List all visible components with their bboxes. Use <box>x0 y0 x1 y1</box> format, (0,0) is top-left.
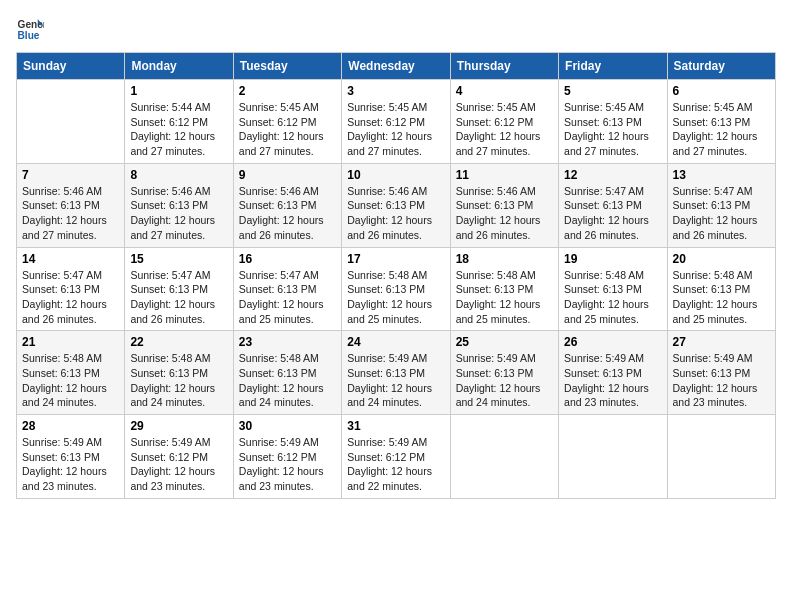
calendar-cell: 11Sunrise: 5:46 AM Sunset: 6:13 PM Dayli… <box>450 163 558 247</box>
calendar-cell: 6Sunrise: 5:45 AM Sunset: 6:13 PM Daylig… <box>667 80 775 164</box>
day-number: 7 <box>22 168 119 182</box>
day-info: Sunrise: 5:49 AM Sunset: 6:12 PM Dayligh… <box>347 435 444 494</box>
day-number: 28 <box>22 419 119 433</box>
weekday-header: Saturday <box>667 53 775 80</box>
day-info: Sunrise: 5:47 AM Sunset: 6:13 PM Dayligh… <box>564 184 661 243</box>
day-number: 21 <box>22 335 119 349</box>
weekday-header: Thursday <box>450 53 558 80</box>
calendar-cell: 15Sunrise: 5:47 AM Sunset: 6:13 PM Dayli… <box>125 247 233 331</box>
day-info: Sunrise: 5:45 AM Sunset: 6:12 PM Dayligh… <box>456 100 553 159</box>
day-number: 8 <box>130 168 227 182</box>
day-number: 5 <box>564 84 661 98</box>
day-info: Sunrise: 5:46 AM Sunset: 6:13 PM Dayligh… <box>456 184 553 243</box>
day-number: 4 <box>456 84 553 98</box>
calendar-table: SundayMondayTuesdayWednesdayThursdayFrid… <box>16 52 776 499</box>
calendar-cell: 30Sunrise: 5:49 AM Sunset: 6:12 PM Dayli… <box>233 415 341 499</box>
day-info: Sunrise: 5:48 AM Sunset: 6:13 PM Dayligh… <box>673 268 770 327</box>
day-info: Sunrise: 5:46 AM Sunset: 6:13 PM Dayligh… <box>239 184 336 243</box>
day-number: 3 <box>347 84 444 98</box>
calendar-cell: 1Sunrise: 5:44 AM Sunset: 6:12 PM Daylig… <box>125 80 233 164</box>
day-number: 30 <box>239 419 336 433</box>
day-number: 18 <box>456 252 553 266</box>
svg-text:General: General <box>18 19 44 30</box>
day-info: Sunrise: 5:49 AM Sunset: 6:13 PM Dayligh… <box>673 351 770 410</box>
day-number: 16 <box>239 252 336 266</box>
day-info: Sunrise: 5:49 AM Sunset: 6:13 PM Dayligh… <box>347 351 444 410</box>
day-number: 22 <box>130 335 227 349</box>
calendar-cell: 23Sunrise: 5:48 AM Sunset: 6:13 PM Dayli… <box>233 331 341 415</box>
day-number: 9 <box>239 168 336 182</box>
calendar-cell: 25Sunrise: 5:49 AM Sunset: 6:13 PM Dayli… <box>450 331 558 415</box>
day-info: Sunrise: 5:45 AM Sunset: 6:13 PM Dayligh… <box>673 100 770 159</box>
day-number: 14 <box>22 252 119 266</box>
calendar-cell: 28Sunrise: 5:49 AM Sunset: 6:13 PM Dayli… <box>17 415 125 499</box>
calendar-cell: 8Sunrise: 5:46 AM Sunset: 6:13 PM Daylig… <box>125 163 233 247</box>
day-number: 11 <box>456 168 553 182</box>
calendar-cell: 7Sunrise: 5:46 AM Sunset: 6:13 PM Daylig… <box>17 163 125 247</box>
page-header: General Blue <box>16 16 776 44</box>
day-number: 27 <box>673 335 770 349</box>
calendar-cell: 13Sunrise: 5:47 AM Sunset: 6:13 PM Dayli… <box>667 163 775 247</box>
day-number: 15 <box>130 252 227 266</box>
weekday-header: Tuesday <box>233 53 341 80</box>
day-info: Sunrise: 5:46 AM Sunset: 6:13 PM Dayligh… <box>22 184 119 243</box>
calendar-cell: 20Sunrise: 5:48 AM Sunset: 6:13 PM Dayli… <box>667 247 775 331</box>
calendar-cell: 9Sunrise: 5:46 AM Sunset: 6:13 PM Daylig… <box>233 163 341 247</box>
calendar-cell: 21Sunrise: 5:48 AM Sunset: 6:13 PM Dayli… <box>17 331 125 415</box>
calendar-cell: 4Sunrise: 5:45 AM Sunset: 6:12 PM Daylig… <box>450 80 558 164</box>
day-number: 25 <box>456 335 553 349</box>
day-info: Sunrise: 5:44 AM Sunset: 6:12 PM Dayligh… <box>130 100 227 159</box>
calendar-cell: 27Sunrise: 5:49 AM Sunset: 6:13 PM Dayli… <box>667 331 775 415</box>
day-info: Sunrise: 5:49 AM Sunset: 6:13 PM Dayligh… <box>22 435 119 494</box>
weekday-header: Friday <box>559 53 667 80</box>
day-info: Sunrise: 5:47 AM Sunset: 6:13 PM Dayligh… <box>239 268 336 327</box>
day-info: Sunrise: 5:46 AM Sunset: 6:13 PM Dayligh… <box>347 184 444 243</box>
day-number: 20 <box>673 252 770 266</box>
day-info: Sunrise: 5:48 AM Sunset: 6:13 PM Dayligh… <box>456 268 553 327</box>
day-number: 17 <box>347 252 444 266</box>
day-number: 31 <box>347 419 444 433</box>
calendar-cell: 2Sunrise: 5:45 AM Sunset: 6:12 PM Daylig… <box>233 80 341 164</box>
day-info: Sunrise: 5:48 AM Sunset: 6:13 PM Dayligh… <box>239 351 336 410</box>
calendar-cell: 26Sunrise: 5:49 AM Sunset: 6:13 PM Dayli… <box>559 331 667 415</box>
day-number: 19 <box>564 252 661 266</box>
calendar-cell: 19Sunrise: 5:48 AM Sunset: 6:13 PM Dayli… <box>559 247 667 331</box>
day-number: 2 <box>239 84 336 98</box>
calendar-cell: 5Sunrise: 5:45 AM Sunset: 6:13 PM Daylig… <box>559 80 667 164</box>
calendar-cell: 18Sunrise: 5:48 AM Sunset: 6:13 PM Dayli… <box>450 247 558 331</box>
day-info: Sunrise: 5:48 AM Sunset: 6:13 PM Dayligh… <box>22 351 119 410</box>
day-number: 26 <box>564 335 661 349</box>
day-number: 1 <box>130 84 227 98</box>
day-info: Sunrise: 5:46 AM Sunset: 6:13 PM Dayligh… <box>130 184 227 243</box>
day-number: 29 <box>130 419 227 433</box>
calendar-cell: 22Sunrise: 5:48 AM Sunset: 6:13 PM Dayli… <box>125 331 233 415</box>
day-info: Sunrise: 5:47 AM Sunset: 6:13 PM Dayligh… <box>130 268 227 327</box>
calendar-cell: 14Sunrise: 5:47 AM Sunset: 6:13 PM Dayli… <box>17 247 125 331</box>
day-number: 12 <box>564 168 661 182</box>
calendar-cell <box>559 415 667 499</box>
calendar-cell: 17Sunrise: 5:48 AM Sunset: 6:13 PM Dayli… <box>342 247 450 331</box>
day-info: Sunrise: 5:48 AM Sunset: 6:13 PM Dayligh… <box>564 268 661 327</box>
day-info: Sunrise: 5:49 AM Sunset: 6:12 PM Dayligh… <box>130 435 227 494</box>
calendar-cell <box>450 415 558 499</box>
day-info: Sunrise: 5:45 AM Sunset: 6:13 PM Dayligh… <box>564 100 661 159</box>
calendar-cell <box>667 415 775 499</box>
day-info: Sunrise: 5:49 AM Sunset: 6:13 PM Dayligh… <box>564 351 661 410</box>
logo-icon: General Blue <box>16 16 44 44</box>
calendar-cell: 12Sunrise: 5:47 AM Sunset: 6:13 PM Dayli… <box>559 163 667 247</box>
day-info: Sunrise: 5:48 AM Sunset: 6:13 PM Dayligh… <box>347 268 444 327</box>
svg-text:Blue: Blue <box>18 30 40 41</box>
calendar-header: SundayMondayTuesdayWednesdayThursdayFrid… <box>17 53 776 80</box>
day-number: 6 <box>673 84 770 98</box>
calendar-cell <box>17 80 125 164</box>
weekday-header: Sunday <box>17 53 125 80</box>
day-number: 13 <box>673 168 770 182</box>
calendar-cell: 29Sunrise: 5:49 AM Sunset: 6:12 PM Dayli… <box>125 415 233 499</box>
day-info: Sunrise: 5:47 AM Sunset: 6:13 PM Dayligh… <box>22 268 119 327</box>
weekday-header: Wednesday <box>342 53 450 80</box>
day-number: 23 <box>239 335 336 349</box>
day-info: Sunrise: 5:49 AM Sunset: 6:12 PM Dayligh… <box>239 435 336 494</box>
day-info: Sunrise: 5:48 AM Sunset: 6:13 PM Dayligh… <box>130 351 227 410</box>
calendar-cell: 3Sunrise: 5:45 AM Sunset: 6:12 PM Daylig… <box>342 80 450 164</box>
logo: General Blue <box>16 16 44 44</box>
